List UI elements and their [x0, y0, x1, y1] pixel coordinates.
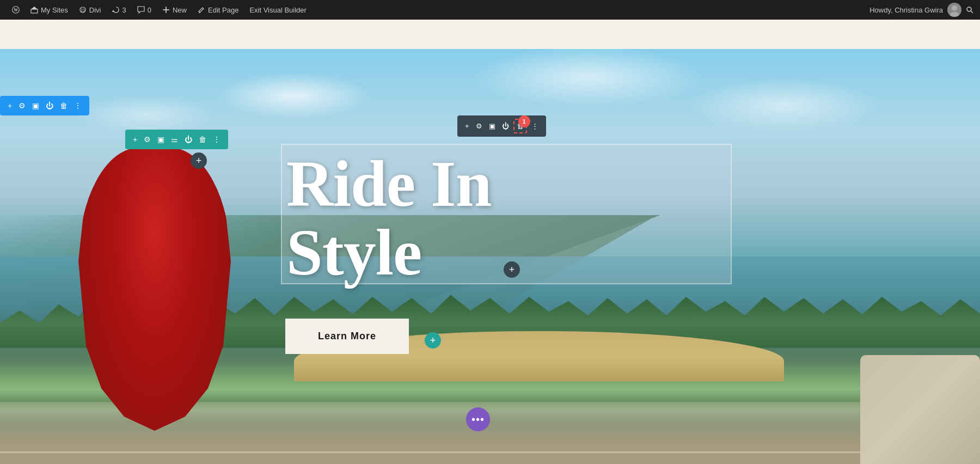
wp-logo-item[interactable]: W — [7, 0, 25, 20]
add-section-button[interactable]: + — [425, 332, 441, 349]
divi-icon: D — [79, 6, 87, 14]
plus-new-icon — [162, 6, 170, 14]
red-figure — [78, 148, 231, 431]
module-toolbar: + ⚙ ▣ ⏻ 🗑 1 ⋮ — [457, 115, 546, 137]
svg-rect-2 — [31, 9, 38, 13]
edit-icon — [198, 6, 205, 14]
new-menu[interactable]: New — [157, 0, 192, 20]
learn-more-button[interactable]: Learn More — [285, 319, 409, 354]
top-bar — [0, 20, 980, 49]
module-add-button[interactable]: + — [463, 120, 471, 132]
section-settings-button[interactable]: ⚙ — [16, 99, 28, 112]
howdy-text: Howdy, Christina Gwira — [869, 6, 943, 14]
svg-point-12 — [967, 7, 971, 11]
comments-menu[interactable]: 0 — [132, 0, 157, 20]
row-delete-button[interactable]: 🗑 — [197, 133, 209, 146]
new-label: New — [173, 6, 187, 14]
more-options-dots: ••• — [471, 413, 485, 426]
add-row-button[interactable]: + — [191, 152, 207, 169]
boat-element — [860, 355, 980, 464]
comments-count: 0 — [148, 6, 151, 14]
svg-point-10 — [952, 5, 957, 11]
svg-text:D: D — [81, 8, 85, 13]
section-delete-button[interactable]: 🗑 — [58, 99, 70, 112]
updates-menu[interactable]: 3 — [107, 0, 132, 20]
my-sites-label: My Sites — [41, 6, 68, 14]
divi-label: Divi — [89, 6, 101, 14]
avatar[interactable] — [947, 3, 961, 17]
row-toolbar: + ⚙ ▣ ⚌ ⏻ 🗑 ⋮ — [125, 130, 228, 149]
search-icon[interactable] — [966, 6, 973, 14]
wordpress-icon: W — [12, 6, 20, 14]
house-icon — [30, 6, 38, 14]
module-delete-button[interactable]: 🗑 1 — [513, 119, 527, 133]
svg-text:W: W — [14, 8, 18, 13]
hero-heading-line2: Style — [286, 216, 421, 289]
section-toolbar: + ⚙ ▣ ⏻ 🗑 ⋮ — [0, 96, 89, 115]
svg-point-11 — [950, 12, 959, 17]
hero-heading: Ride In Style — [286, 150, 491, 287]
unsaved-changes-badge: 1 — [518, 115, 530, 127]
module-disable-button[interactable]: ⏻ — [500, 120, 511, 132]
comments-icon — [137, 6, 145, 14]
add-module-button[interactable]: + — [504, 261, 520, 278]
updates-count: 3 — [122, 6, 126, 14]
hero-heading-line1: Ride In — [286, 148, 491, 220]
row-settings-button[interactable]: ⚙ — [142, 133, 153, 146]
row-more-button[interactable]: ⋮ — [211, 133, 223, 146]
edit-page-menu[interactable]: Edit Page — [192, 0, 244, 20]
svg-line-13 — [971, 11, 973, 13]
divi-menu[interactable]: D Divi — [74, 0, 107, 20]
avatar-icon — [947, 3, 961, 17]
section-add-button[interactable]: + — [5, 99, 14, 112]
svg-marker-6 — [112, 10, 114, 12]
section-disable-button[interactable]: ⏻ — [44, 99, 56, 112]
row-duplicate-button[interactable]: ▣ — [155, 133, 167, 146]
updates-icon — [112, 6, 120, 14]
row-disable-button[interactable]: ⏻ — [182, 133, 194, 146]
more-options-button[interactable]: ••• — [466, 407, 490, 431]
my-sites-menu[interactable]: My Sites — [25, 0, 74, 20]
section-more-button[interactable]: ⋮ — [72, 99, 84, 112]
svg-marker-3 — [31, 7, 38, 9]
row-columns-button[interactable]: ⚌ — [169, 133, 180, 146]
module-more-button[interactable]: ⋮ — [529, 120, 541, 132]
module-settings-button[interactable]: ⚙ — [474, 120, 485, 132]
exit-builder-label: Exit Visual Builder — [249, 6, 307, 14]
module-duplicate-button[interactable]: ▣ — [487, 120, 498, 132]
row-add-button[interactable]: + — [131, 133, 139, 146]
admin-bar-right: Howdy, Christina Gwira — [869, 3, 973, 17]
edit-page-label: Edit Page — [208, 6, 238, 14]
hero-section: + ⚙ ▣ ⏻ 🗑 ⋮ + ⚙ ▣ ⚌ ⏻ 🗑 ⋮ + + ⚙ ▣ ⏻ 🗑 1 … — [0, 49, 980, 464]
section-duplicate-button[interactable]: ▣ — [30, 99, 41, 112]
exit-builder-menu[interactable]: Exit Visual Builder — [244, 0, 312, 20]
admin-bar: W My Sites D Divi 3 0 New Edit Page Exit… — [0, 0, 980, 20]
